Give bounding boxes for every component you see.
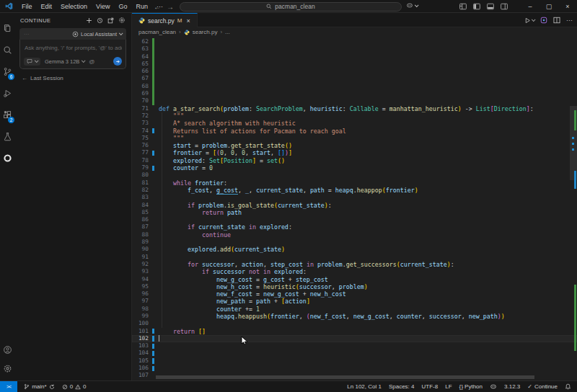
code-line[interactable]: 104 bbox=[132, 349, 577, 357]
command-center-search[interactable]: pacman_clean bbox=[180, 2, 402, 12]
code-line[interactable]: 101 return [] bbox=[132, 328, 577, 335]
tab-search-py[interactable]: search.py M × bbox=[132, 13, 198, 27]
code-line[interactable]: 76 start = problem.get_start_state() bbox=[132, 142, 577, 149]
new-session-icon[interactable] bbox=[86, 17, 92, 24]
activity-testing[interactable] bbox=[0, 125, 14, 147]
code-line[interactable]: 79 counter = 0 bbox=[132, 164, 577, 172]
menu-file[interactable]: File bbox=[17, 0, 37, 13]
customize-layout-icon[interactable] bbox=[459, 3, 467, 10]
code-line[interactable]: 81 while frontier: bbox=[132, 179, 577, 187]
branch-status[interactable]: main* bbox=[20, 383, 58, 390]
code-line[interactable]: 95 new_h_cost = heuristic(successor, pro… bbox=[132, 283, 577, 290]
code-line[interactable]: 75 """ bbox=[132, 135, 577, 142]
code-line[interactable]: 100 bbox=[132, 320, 577, 327]
tab-close-icon[interactable]: × bbox=[187, 17, 190, 24]
code-line[interactable]: 91 bbox=[132, 254, 577, 261]
breadcrumb-symbol[interactable]: ... bbox=[225, 29, 230, 35]
code-line[interactable]: 106 bbox=[132, 365, 577, 372]
encoding-status[interactable]: UTF-8 bbox=[418, 383, 442, 390]
code-line[interactable]: 78 explored: Set[Position] = set() bbox=[132, 157, 577, 164]
code-line[interactable]: 84 if problem.is_goal_state(current_stat… bbox=[132, 202, 577, 209]
toggle-panel-icon[interactable] bbox=[487, 3, 494, 10]
python-version-status[interactable]: 3.12.3 bbox=[501, 383, 524, 390]
activity-search[interactable] bbox=[0, 39, 14, 61]
code-line[interactable]: 65 bbox=[132, 61, 577, 68]
window-maximize-button[interactable]: ▢ bbox=[539, 0, 558, 13]
code-line[interactable]: 90 explored.add(current_state) bbox=[132, 246, 577, 253]
model-selector[interactable]: Gemma 3 12B bbox=[45, 58, 84, 65]
activity-explorer[interactable] bbox=[0, 17, 14, 39]
window-close-button[interactable]: × bbox=[558, 0, 577, 13]
code-line[interactable]: 80 bbox=[132, 172, 577, 179]
last-session-link[interactable]: ← Last Session bbox=[22, 75, 131, 81]
code-line[interactable]: 83 bbox=[132, 194, 577, 201]
chat-input-box[interactable]: Ask anything, '/' for prompts, '@' to ad… bbox=[19, 40, 126, 69]
code-line[interactable]: 64 bbox=[132, 53, 577, 61]
code-line[interactable]: 82 f_cost, g_cost, _, current_state, pat… bbox=[132, 187, 577, 194]
copilot-status[interactable] bbox=[486, 383, 501, 390]
breadcrumb-file[interactable]: search.py bbox=[193, 29, 218, 35]
code-line[interactable]: 68 bbox=[132, 83, 577, 90]
language-status[interactable]: { } Python bbox=[456, 383, 486, 390]
notifications-button[interactable] bbox=[561, 383, 577, 390]
add-context-button[interactable]: @ bbox=[89, 58, 94, 65]
code-line[interactable]: 73 A* search algorithm with heuristic bbox=[132, 120, 577, 127]
send-button[interactable] bbox=[113, 57, 122, 66]
settings-button[interactable] bbox=[0, 359, 14, 378]
code-line[interactable]: 98 counter += 1 bbox=[132, 306, 577, 313]
code-line[interactable]: 94 new_g_cost = g_cost + step_cost bbox=[132, 276, 577, 283]
menu-selection[interactable]: Selection bbox=[56, 0, 92, 13]
code-line[interactable]: 97 new_path = path + [action] bbox=[132, 298, 577, 305]
nav-back-icon[interactable]: ← bbox=[154, 3, 161, 11]
code-line[interactable]: 87 if current_state in explored: bbox=[132, 223, 577, 231]
code-line[interactable]: 62 bbox=[132, 38, 577, 45]
gear-icon[interactable] bbox=[118, 17, 125, 24]
code-line[interactable]: 99 heapq.heappush(frontier, (new_f_cost,… bbox=[132, 313, 577, 320]
code-line[interactable]: 69 bbox=[132, 90, 577, 97]
editor-more-actions-icon[interactable]: ··· bbox=[566, 17, 573, 24]
assistant-selector[interactable]: Local Assistant bbox=[72, 31, 122, 37]
code-editor[interactable]: 62636465666768697071def a_star_search(pr… bbox=[132, 37, 577, 380]
code-line[interactable]: 88 continue bbox=[132, 231, 577, 239]
continue-status[interactable]: ✓ Continue bbox=[524, 383, 561, 390]
open-in-editor-icon[interactable] bbox=[107, 17, 114, 24]
menu-view[interactable]: View bbox=[92, 0, 114, 13]
run-button[interactable] bbox=[524, 17, 534, 24]
nav-forward-icon[interactable]: → bbox=[167, 3, 174, 11]
menu-run[interactable]: Run bbox=[131, 0, 152, 13]
activity-extensions[interactable]: 2 bbox=[0, 104, 14, 125]
code-line[interactable]: 92 for successor, action, step_cost in p… bbox=[132, 261, 577, 268]
code-line[interactable]: 89 bbox=[132, 239, 577, 246]
code-line[interactable]: 70 bbox=[132, 97, 577, 104]
code-line[interactable]: 72 """ bbox=[132, 112, 577, 120]
code-line[interactable]: 66 bbox=[132, 68, 577, 75]
horizontal-scrollbar[interactable] bbox=[156, 375, 534, 379]
code-line[interactable]: 74 Returns list of actions for Pacman to… bbox=[132, 128, 577, 135]
code-line[interactable]: 63 bbox=[132, 45, 577, 53]
eol-status[interactable]: LF bbox=[441, 383, 455, 390]
code-line[interactable]: 71def a_star_search(problem: SearchProbl… bbox=[132, 105, 577, 112]
activity-run-debug[interactable] bbox=[0, 82, 14, 104]
menu-go[interactable]: Go bbox=[114, 0, 131, 13]
menu-edit[interactable]: Edit bbox=[37, 0, 57, 13]
window-minimize-button[interactable]: – bbox=[521, 0, 539, 13]
code-line[interactable]: 86 bbox=[132, 216, 577, 223]
breadcrumb-root[interactable]: pacman_clean bbox=[138, 29, 176, 35]
extension-action-icon[interactable] bbox=[540, 17, 547, 24]
code-line[interactable]: 67 bbox=[132, 75, 577, 82]
cursor-position-status[interactable]: Ln 102, Col 1 bbox=[343, 383, 385, 390]
activity-continue[interactable] bbox=[0, 147, 14, 169]
history-icon[interactable] bbox=[97, 17, 103, 24]
code-line[interactable]: 93 if successor not in explored: bbox=[132, 268, 577, 275]
code-line[interactable]: 102 bbox=[132, 335, 577, 342]
toggle-sidebar-left-icon[interactable] bbox=[473, 3, 480, 10]
indentation-status[interactable]: Spaces: 4 bbox=[385, 383, 418, 390]
remote-indicator[interactable]: >< bbox=[0, 381, 17, 392]
activity-source-control[interactable]: 6 bbox=[0, 61, 14, 82]
toggle-sidebar-right-icon[interactable] bbox=[501, 3, 508, 10]
account-button[interactable] bbox=[0, 340, 14, 359]
code-line[interactable]: 96 new_f_cost = new_g_cost + new_h_cost bbox=[132, 290, 577, 298]
code-line[interactable]: 77 frontier = [(0, 0, 0, start, [])] bbox=[132, 149, 577, 156]
split-editor-icon[interactable] bbox=[553, 17, 560, 24]
code-line[interactable]: 85 return path bbox=[132, 209, 577, 216]
